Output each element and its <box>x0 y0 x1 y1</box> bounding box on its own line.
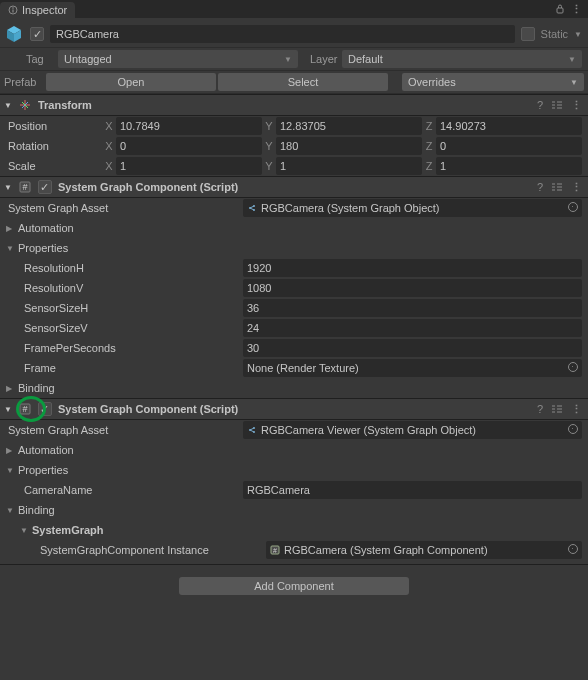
help-icon[interactable]: ? <box>537 99 543 111</box>
asset-icon <box>247 425 257 435</box>
prefab-select-button[interactable]: Select <box>218 73 388 91</box>
sensorsizeh-input[interactable] <box>243 299 582 317</box>
sgc2-enabled-checkbox[interactable] <box>38 402 52 416</box>
svg-text:#: # <box>22 404 27 414</box>
preset-icon[interactable] <box>551 100 563 110</box>
position-label: Position <box>6 120 104 132</box>
sgc1-title: System Graph Component (Script) <box>58 181 531 193</box>
info-icon <box>8 5 18 15</box>
scale-label: Scale <box>6 160 104 172</box>
framepersec-input[interactable] <box>243 339 582 357</box>
foldout-arrow-icon: ▼ <box>4 183 12 192</box>
layer-value: Default <box>348 53 383 65</box>
svg-point-1 <box>12 7 14 9</box>
scale-y-input[interactable] <box>276 157 422 175</box>
prefab-overrides-dropdown[interactable]: Overrides ▼ <box>402 73 584 91</box>
cameraname-input[interactable] <box>243 481 582 499</box>
tag-dropdown[interactable]: Untagged ▼ <box>58 50 298 68</box>
gameobject-enabled-checkbox[interactable] <box>30 27 44 41</box>
inspector-tab[interactable]: Inspector <box>0 2 75 18</box>
menu-icon[interactable]: ⋮ <box>571 99 582 112</box>
framepersec-label: FramePerSeconds <box>6 342 243 354</box>
sensorsizev-input[interactable] <box>243 319 582 337</box>
sgc2-header[interactable]: ▼ # System Graph Component (Script) ? ⋮ <box>0 398 588 420</box>
help-icon[interactable]: ? <box>537 403 543 415</box>
foldout-arrow-icon: ▼ <box>4 101 12 110</box>
scale-z-input[interactable] <box>436 157 582 175</box>
sgc-instance-value: RGBCamera (System Graph Component) <box>284 544 488 556</box>
object-picker-icon[interactable] <box>568 424 578 434</box>
add-component-button[interactable]: Add Component <box>179 577 409 595</box>
object-picker-icon[interactable] <box>568 202 578 212</box>
menu-icon[interactable]: ⋮ <box>571 403 582 416</box>
tag-label: Tag <box>26 53 54 65</box>
prefab-row: Prefab Open Select Overrides ▼ <box>0 71 588 94</box>
sgc2-systemgraph-foldout[interactable]: ▼ SystemGraph <box>0 520 588 540</box>
object-picker-icon[interactable] <box>568 544 578 554</box>
rotation-row: Rotation X Y Z <box>0 136 588 156</box>
static-dropdown-arrow[interactable]: ▼ <box>574 30 582 39</box>
sgc1-asset-field[interactable]: RGBCamera (System Graph Object) <box>243 199 582 217</box>
resolutionv-label: ResolutionV <box>6 282 243 294</box>
sgc2-asset-field[interactable]: RGBCamera Viewer (System Graph Object) <box>243 421 582 439</box>
scale-x-input[interactable] <box>116 157 262 175</box>
script-icon: # <box>18 402 32 416</box>
rotation-y-input[interactable] <box>276 137 422 155</box>
position-z-input[interactable] <box>436 117 582 135</box>
object-picker-icon[interactable] <box>568 362 578 372</box>
preset-icon[interactable] <box>551 404 563 414</box>
sgc2-binding-foldout[interactable]: ▼ Binding <box>0 500 588 520</box>
foldout-arrow-icon: ▶ <box>6 446 14 455</box>
sgc2-automation-foldout[interactable]: ▶ Automation <box>0 440 588 460</box>
foldout-arrow-icon: ▼ <box>6 466 14 475</box>
resolutionh-input[interactable] <box>243 259 582 277</box>
sgc2-asset-label: System Graph Asset <box>6 424 243 436</box>
script-icon: # <box>270 545 280 555</box>
rotation-z-input[interactable] <box>436 137 582 155</box>
help-icon[interactable]: ? <box>537 181 543 193</box>
sgc2-asset-value: RGBCamera Viewer (System Graph Object) <box>261 424 476 436</box>
sgc1-enabled-checkbox[interactable] <box>38 180 52 194</box>
transform-icon <box>18 98 32 112</box>
prefab-open-button[interactable]: Open <box>46 73 216 91</box>
sensorsizev-label: SensorSizeV <box>6 322 243 334</box>
transform-header[interactable]: ▼ Transform ? ⋮ <box>0 94 588 116</box>
tag-layer-row: Tag Untagged ▼ Layer Default ▼ <box>0 48 588 71</box>
sgc1-asset-value: RGBCamera (System Graph Object) <box>261 202 440 214</box>
layer-dropdown[interactable]: Default ▼ <box>342 50 582 68</box>
static-label: Static <box>541 28 569 40</box>
foldout-arrow-icon: ▼ <box>4 405 12 414</box>
sgc1-properties-foldout[interactable]: ▼ Properties <box>0 238 588 258</box>
inspector-tab-bar: Inspector ⋮ <box>0 0 588 18</box>
menu-icon[interactable]: ⋮ <box>571 3 582 16</box>
sgc1-header[interactable]: ▼ # System Graph Component (Script) ? ⋮ <box>0 176 588 198</box>
sgc2-title: System Graph Component (Script) <box>58 403 531 415</box>
prefab-label: Prefab <box>4 76 44 88</box>
sgc1-automation-foldout[interactable]: ▶ Automation <box>0 218 588 238</box>
sgc2-properties-foldout[interactable]: ▼ Properties <box>0 460 588 480</box>
sgc1-binding-foldout[interactable]: ▶ Binding <box>0 378 588 398</box>
chevron-down-icon: ▼ <box>284 55 292 64</box>
menu-icon[interactable]: ⋮ <box>571 181 582 194</box>
foldout-arrow-icon: ▼ <box>20 526 28 535</box>
foldout-arrow-icon: ▼ <box>6 506 14 515</box>
preset-icon[interactable] <box>551 182 563 192</box>
position-x-input[interactable] <box>116 117 262 135</box>
frame-label: Frame <box>6 362 243 374</box>
gameobject-name-input[interactable] <box>50 25 515 43</box>
position-y-input[interactable] <box>276 117 422 135</box>
svg-text:#: # <box>273 547 277 554</box>
sgc-instance-field[interactable]: # RGBCamera (System Graph Component) <box>266 541 582 559</box>
position-row: Position X Y Z <box>0 116 588 136</box>
resolutionv-input[interactable] <box>243 279 582 297</box>
frame-field[interactable]: None (Render Texture) <box>243 359 582 377</box>
gameobject-icon[interactable] <box>4 24 24 44</box>
chevron-down-icon: ▼ <box>570 78 578 87</box>
sgc1-asset-label: System Graph Asset <box>6 202 243 214</box>
lock-icon[interactable] <box>555 4 565 14</box>
static-checkbox[interactable] <box>521 27 535 41</box>
rotation-x-input[interactable] <box>116 137 262 155</box>
asset-icon <box>247 203 257 213</box>
resolutionh-label: ResolutionH <box>6 262 243 274</box>
layer-label: Layer <box>302 53 338 65</box>
